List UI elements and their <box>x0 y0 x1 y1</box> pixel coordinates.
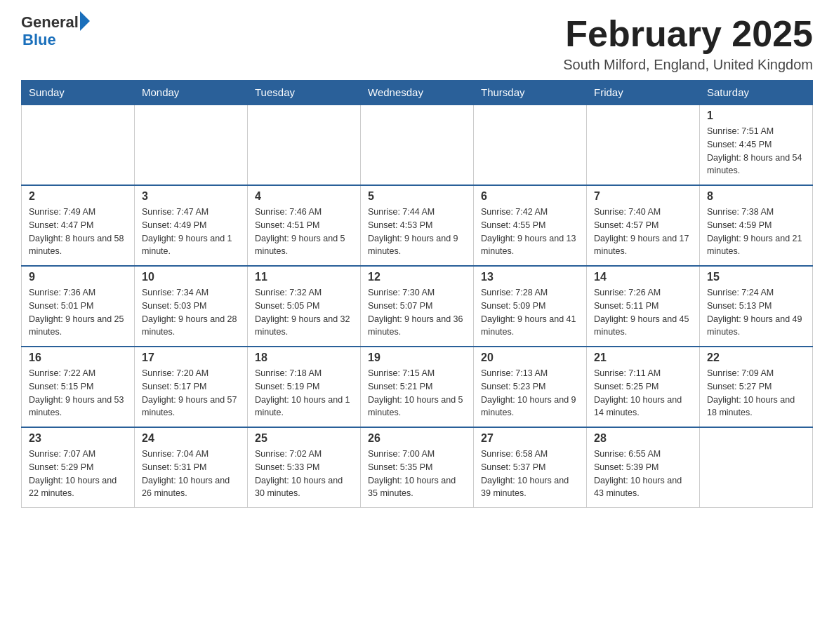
calendar-cell <box>474 105 587 185</box>
weekday-header-sunday: Sunday <box>22 81 135 105</box>
calendar-cell: 16Sunrise: 7:22 AMSunset: 5:15 PMDayligh… <box>22 347 135 427</box>
page-header: General Blue February 2025 South Milford… <box>21 14 813 73</box>
day-info: Sunrise: 7:22 AMSunset: 5:15 PMDaylight:… <box>29 367 127 420</box>
day-number: 23 <box>29 432 127 445</box>
day-number: 16 <box>29 351 127 364</box>
calendar-cell: 26Sunrise: 7:00 AMSunset: 5:35 PMDayligh… <box>361 427 474 508</box>
calendar-cell: 6Sunrise: 7:42 AMSunset: 4:55 PMDaylight… <box>474 185 587 266</box>
calendar-cell: 14Sunrise: 7:26 AMSunset: 5:11 PMDayligh… <box>587 266 700 347</box>
title-area: February 2025 South Milford, England, Un… <box>563 14 813 73</box>
day-number: 17 <box>142 351 240 364</box>
weekday-header-row: SundayMondayTuesdayWednesdayThursdayFrid… <box>22 81 813 105</box>
day-info: Sunrise: 7:11 AMSunset: 5:25 PMDaylight:… <box>594 367 692 420</box>
week-row-3: 9Sunrise: 7:36 AMSunset: 5:01 PMDaylight… <box>22 266 813 347</box>
day-info: Sunrise: 7:51 AMSunset: 4:45 PMDaylight:… <box>707 125 805 177</box>
logo-text-blue: Blue <box>22 31 90 49</box>
day-info: Sunrise: 7:40 AMSunset: 4:57 PMDaylight:… <box>594 206 692 258</box>
day-number: 20 <box>481 351 579 364</box>
day-info: Sunrise: 7:38 AMSunset: 4:59 PMDaylight:… <box>707 206 805 258</box>
calendar-cell: 23Sunrise: 7:07 AMSunset: 5:29 PMDayligh… <box>22 427 135 508</box>
day-info: Sunrise: 7:02 AMSunset: 5:33 PMDaylight:… <box>255 448 353 500</box>
calendar-cell: 9Sunrise: 7:36 AMSunset: 5:01 PMDaylight… <box>22 266 135 347</box>
week-row-5: 23Sunrise: 7:07 AMSunset: 5:29 PMDayligh… <box>22 427 813 508</box>
day-info: Sunrise: 7:44 AMSunset: 4:53 PMDaylight:… <box>368 206 466 258</box>
day-info: Sunrise: 7:00 AMSunset: 5:35 PMDaylight:… <box>368 448 466 500</box>
day-number: 10 <box>142 271 240 283</box>
calendar-cell <box>587 105 700 185</box>
weekday-header-wednesday: Wednesday <box>361 81 474 105</box>
weekday-header-tuesday: Tuesday <box>248 81 361 105</box>
calendar-cell: 20Sunrise: 7:13 AMSunset: 5:23 PMDayligh… <box>474 347 587 427</box>
day-number: 15 <box>707 271 805 283</box>
calendar-cell: 24Sunrise: 7:04 AMSunset: 5:31 PMDayligh… <box>135 427 248 508</box>
calendar-cell: 27Sunrise: 6:58 AMSunset: 5:37 PMDayligh… <box>474 427 587 508</box>
day-number: 1 <box>707 109 805 122</box>
calendar-cell <box>22 105 135 185</box>
calendar-cell: 3Sunrise: 7:47 AMSunset: 4:49 PMDaylight… <box>135 185 248 266</box>
day-info: Sunrise: 7:13 AMSunset: 5:23 PMDaylight:… <box>481 367 579 420</box>
location-text: South Milford, England, United Kingdom <box>563 57 813 73</box>
day-number: 18 <box>255 351 353 364</box>
logo-text-general: General <box>21 14 79 31</box>
day-info: Sunrise: 7:18 AMSunset: 5:19 PMDaylight:… <box>255 367 353 420</box>
calendar-table: SundayMondayTuesdayWednesdayThursdayFrid… <box>21 80 813 508</box>
day-info: Sunrise: 6:58 AMSunset: 5:37 PMDaylight:… <box>481 448 579 500</box>
day-number: 27 <box>481 432 579 445</box>
day-number: 7 <box>594 190 692 203</box>
weekday-header-thursday: Thursday <box>474 81 587 105</box>
day-number: 3 <box>142 190 240 203</box>
day-number: 19 <box>368 351 466 364</box>
day-number: 6 <box>481 190 579 203</box>
calendar-cell: 21Sunrise: 7:11 AMSunset: 5:25 PMDayligh… <box>587 347 700 427</box>
week-row-1: 1Sunrise: 7:51 AMSunset: 4:45 PMDaylight… <box>22 105 813 185</box>
calendar-cell: 1Sunrise: 7:51 AMSunset: 4:45 PMDaylight… <box>700 105 813 185</box>
day-info: Sunrise: 7:36 AMSunset: 5:01 PMDaylight:… <box>29 286 127 339</box>
day-info: Sunrise: 7:24 AMSunset: 5:13 PMDaylight:… <box>707 286 805 339</box>
day-number: 12 <box>368 271 466 283</box>
calendar-cell <box>700 427 813 508</box>
day-number: 13 <box>481 271 579 283</box>
calendar-cell <box>361 105 474 185</box>
calendar-cell: 2Sunrise: 7:49 AMSunset: 4:47 PMDaylight… <box>22 185 135 266</box>
calendar-cell: 18Sunrise: 7:18 AMSunset: 5:19 PMDayligh… <box>248 347 361 427</box>
calendar-cell: 28Sunrise: 6:55 AMSunset: 5:39 PMDayligh… <box>587 427 700 508</box>
day-info: Sunrise: 7:04 AMSunset: 5:31 PMDaylight:… <box>142 448 240 500</box>
day-info: Sunrise: 7:20 AMSunset: 5:17 PMDaylight:… <box>142 367 240 420</box>
day-info: Sunrise: 7:28 AMSunset: 5:09 PMDaylight:… <box>481 286 579 339</box>
day-number: 28 <box>594 432 692 445</box>
calendar-cell: 25Sunrise: 7:02 AMSunset: 5:33 PMDayligh… <box>248 427 361 508</box>
day-number: 14 <box>594 271 692 283</box>
day-number: 22 <box>707 351 805 364</box>
day-number: 21 <box>594 351 692 364</box>
calendar-cell <box>135 105 248 185</box>
month-title: February 2025 <box>563 14 813 54</box>
day-info: Sunrise: 7:09 AMSunset: 5:27 PMDaylight:… <box>707 367 805 420</box>
calendar-cell: 15Sunrise: 7:24 AMSunset: 5:13 PMDayligh… <box>700 266 813 347</box>
calendar-cell: 13Sunrise: 7:28 AMSunset: 5:09 PMDayligh… <box>474 266 587 347</box>
calendar-cell: 12Sunrise: 7:30 AMSunset: 5:07 PMDayligh… <box>361 266 474 347</box>
day-number: 24 <box>142 432 240 445</box>
calendar-cell <box>248 105 361 185</box>
calendar-cell: 5Sunrise: 7:44 AMSunset: 4:53 PMDaylight… <box>361 185 474 266</box>
day-info: Sunrise: 7:46 AMSunset: 4:51 PMDaylight:… <box>255 206 353 258</box>
day-number: 8 <box>707 190 805 203</box>
logo-triangle-icon <box>80 11 90 31</box>
day-number: 11 <box>255 271 353 283</box>
day-info: Sunrise: 7:15 AMSunset: 5:21 PMDaylight:… <box>368 367 466 420</box>
weekday-header-saturday: Saturday <box>700 81 813 105</box>
calendar-cell: 17Sunrise: 7:20 AMSunset: 5:17 PMDayligh… <box>135 347 248 427</box>
calendar-cell: 19Sunrise: 7:15 AMSunset: 5:21 PMDayligh… <box>361 347 474 427</box>
logo: General Blue <box>21 14 90 49</box>
day-info: Sunrise: 7:49 AMSunset: 4:47 PMDaylight:… <box>29 206 127 258</box>
day-info: Sunrise: 7:30 AMSunset: 5:07 PMDaylight:… <box>368 286 466 339</box>
week-row-4: 16Sunrise: 7:22 AMSunset: 5:15 PMDayligh… <box>22 347 813 427</box>
calendar-cell: 7Sunrise: 7:40 AMSunset: 4:57 PMDaylight… <box>587 185 700 266</box>
day-info: Sunrise: 7:26 AMSunset: 5:11 PMDaylight:… <box>594 286 692 339</box>
week-row-2: 2Sunrise: 7:49 AMSunset: 4:47 PMDaylight… <box>22 185 813 266</box>
calendar-cell: 22Sunrise: 7:09 AMSunset: 5:27 PMDayligh… <box>700 347 813 427</box>
day-number: 2 <box>29 190 127 203</box>
calendar-cell: 10Sunrise: 7:34 AMSunset: 5:03 PMDayligh… <box>135 266 248 347</box>
day-number: 4 <box>255 190 353 203</box>
calendar-cell: 11Sunrise: 7:32 AMSunset: 5:05 PMDayligh… <box>248 266 361 347</box>
day-info: Sunrise: 7:47 AMSunset: 4:49 PMDaylight:… <box>142 206 240 258</box>
